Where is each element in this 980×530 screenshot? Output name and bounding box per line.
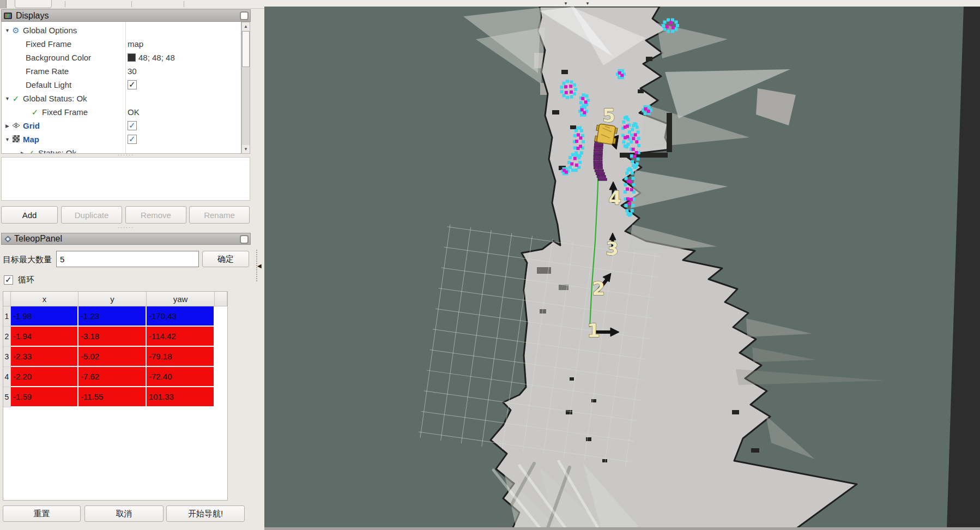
expand-triangle-icon[interactable] — [4, 96, 11, 101]
teleop-panel-title: TeleopPanel — [14, 234, 62, 244]
grid-checkbox[interactable] — [128, 121, 137, 130]
status-ok-icon — [11, 94, 21, 104]
column-header-y[interactable]: y — [78, 292, 147, 306]
map-icon — [13, 135, 20, 142]
waypoint-3-label: 3 — [606, 238, 619, 260]
toolbar-separator — [131, 1, 132, 7]
displays-empty-area — [1, 157, 250, 201]
status-ok-icon — [30, 107, 40, 117]
waypoint-table: x y yaw 1 -1.98 -1.23 -170.43 2 -1.94 -3… — [3, 291, 228, 501]
fixed-frame-value[interactable]: map — [128, 39, 143, 49]
waypoint-5-label: 5 — [602, 105, 615, 127]
toolbar-tab-fragment[interactable] — [15, 0, 52, 8]
map-canvas: 1 2 3 4 5 — [264, 7, 980, 530]
waypoint-4-label: 4 — [608, 187, 621, 209]
tree-row-fixed-frame-status[interactable]: Fixed Frame OK — [2, 105, 241, 119]
scroll-down-icon[interactable] — [242, 145, 250, 153]
color-swatch[interactable] — [128, 53, 136, 62]
robot-model — [595, 123, 618, 145]
confirm-button[interactable]: 确定 — [202, 251, 249, 267]
expand-triangle-icon[interactable] — [4, 123, 11, 129]
column-header-yaw[interactable]: yaw — [147, 292, 215, 306]
loop-checkbox[interactable] — [4, 275, 13, 285]
status-ok-icon — [26, 148, 36, 154]
rename-button: Rename — [189, 206, 250, 224]
default-light-checkbox[interactable] — [128, 80, 137, 89]
expand-triangle-icon[interactable] — [4, 137, 11, 142]
table-row[interactable]: 2 -1.94 -3.18 -114.42 — [3, 327, 227, 347]
tree-scrollbar[interactable] — [241, 22, 250, 154]
expand-triangle-icon[interactable] — [4, 28, 11, 33]
teleop-panel-icon — [4, 236, 11, 243]
add-button[interactable]: Add — [1, 206, 58, 224]
tree-row-map[interactable]: Map — [2, 132, 241, 146]
loop-label: 循环 — [18, 275, 34, 285]
table-row[interactable]: 4 -2.20 -7.62 -72.40 — [3, 367, 227, 387]
tree-row-frame-rate[interactable]: Frame Rate 30 — [2, 64, 241, 78]
remove-button: Remove — [125, 206, 186, 224]
cancel-button[interactable]: 取消 — [84, 505, 164, 522]
rviz-window: Displays Global Options Fixed Frame map … — [0, 0, 980, 530]
scrollbar-thumb[interactable] — [242, 31, 250, 67]
background-color-value[interactable]: 48; 48; 48 — [138, 53, 175, 62]
teleop-panel-titlebar[interactable]: TeleopPanel — [1, 233, 251, 245]
displays-tree: Global Options Fixed Frame map Backgroun… — [1, 22, 241, 154]
panel-float-button[interactable] — [240, 11, 249, 20]
frame-rate-value[interactable]: 30 — [128, 67, 137, 76]
tree-row-background-color[interactable]: Background Color 48; 48; 48 — [2, 51, 241, 64]
toolbar-separator — [65, 1, 65, 7]
toolbar-icon-fragment — [0, 0, 7, 8]
tree-row-grid[interactable]: Grid — [2, 119, 241, 132]
table-row[interactable]: 3 -2.33 -5.02 -79.18 — [3, 347, 227, 367]
grid-icon — [11, 121, 21, 130]
waypoint-2-label: 2 — [592, 278, 605, 299]
displays-icon — [4, 13, 12, 19]
table-row[interactable]: 1 -1.98 -1.23 -170.43 — [3, 306, 227, 327]
max-goals-input[interactable] — [56, 251, 199, 267]
start-navigation-button[interactable]: 开始导航! — [166, 505, 245, 522]
map-3d-viewport[interactable]: 1 2 3 4 5 — [264, 7, 980, 530]
waypoint-1-label: 1 — [587, 320, 600, 341]
table-header: x y yaw — [3, 292, 227, 306]
scroll-up-icon[interactable] — [242, 22, 250, 31]
tree-row-global-options[interactable]: Global Options — [2, 23, 241, 37]
map-checkbox[interactable] — [128, 135, 137, 144]
tree-row-global-status[interactable]: Global Status: Ok — [2, 92, 241, 105]
panel-float-button[interactable] — [240, 235, 249, 244]
column-header-x[interactable]: x — [11, 292, 78, 306]
panel-collapse-handle[interactable] — [253, 250, 263, 282]
displays-panel-titlebar[interactable]: Displays — [1, 9, 251, 22]
duplicate-button: Duplicate — [61, 206, 122, 224]
fixed-frame-status-value: OK — [128, 107, 140, 117]
table-corner — [3, 292, 11, 306]
column-header-filler — [215, 292, 227, 306]
displays-panel-title: Displays — [16, 11, 49, 21]
collapse-left-icon — [257, 263, 262, 269]
gear-icon — [11, 26, 21, 35]
panel-splitter[interactable] — [0, 226, 252, 230]
viewport-bottom-edge — [264, 527, 980, 530]
reset-button[interactable]: 重置 — [3, 505, 81, 522]
tree-row-default-light[interactable]: Default Light — [2, 78, 241, 92]
tree-row-fixed-frame[interactable]: Fixed Frame map — [2, 37, 241, 51]
toolbar-separator — [184, 1, 184, 7]
max-goals-label: 目标最大数量 — [3, 251, 52, 268]
table-row[interactable]: 5 -1.59 -11.55 101.33 — [3, 387, 227, 407]
side-panel-column: Displays Global Options Fixed Frame map … — [0, 9, 252, 530]
